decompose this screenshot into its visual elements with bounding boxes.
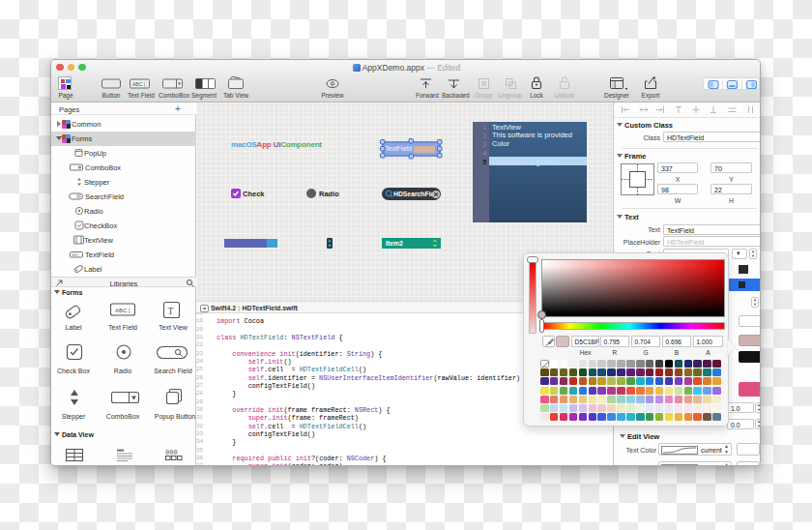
svg-text:T: T xyxy=(168,306,174,316)
svg-text:000: 000 xyxy=(165,449,178,456)
svg-text:ABC |: ABC | xyxy=(132,81,145,87)
svg-text:ABC: ABC xyxy=(72,253,80,257)
svg-text:ABC |: ABC | xyxy=(115,308,130,313)
